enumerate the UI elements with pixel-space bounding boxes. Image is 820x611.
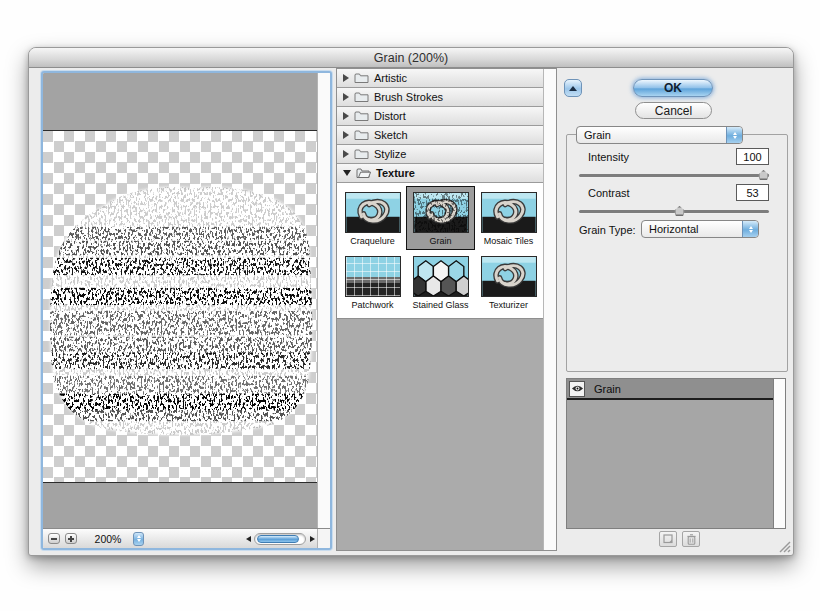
effect-layer-name: Grain <box>594 383 621 395</box>
category-label: Distort <box>374 110 406 122</box>
thumbnail-patchwork[interactable]: Patchwork <box>339 250 406 314</box>
transparency-checkerboard <box>43 131 317 482</box>
contrast-slider[interactable] <box>579 205 769 217</box>
popup-stepper-icon <box>726 127 742 143</box>
window-titlebar[interactable]: Grain (200%) <box>29 48 793 68</box>
grain-type-value: Horizontal <box>642 223 742 235</box>
eye-icon <box>571 384 584 393</box>
preview-pane: 200% <box>41 71 332 550</box>
category-texture[interactable]: Texture <box>337 164 543 183</box>
zoom-out-button[interactable] <box>48 533 60 544</box>
category-label: Texture <box>376 167 415 179</box>
folder-icon <box>354 110 369 122</box>
scroll-left-button[interactable] <box>243 533 253 545</box>
grain-type-label: Grain Type: <box>579 224 636 236</box>
grain-preview-thumbnail <box>413 192 469 233</box>
intensity-value-field[interactable]: 100 <box>736 148 769 165</box>
disclosure-right-icon <box>343 131 349 139</box>
thumbnail-texturizer[interactable]: Texturizer <box>475 250 542 314</box>
scrollbar-corner <box>317 529 330 548</box>
open-folder-icon <box>356 167 371 179</box>
filter-browser: Artistic Brush Strokes Distort Sketch <box>336 68 557 551</box>
folder-icon <box>354 91 369 103</box>
disclosure-right-icon <box>343 74 349 82</box>
left-triangle-icon <box>246 536 251 542</box>
desktop: Grain (200%) <box>0 0 820 611</box>
contrast-slider-thumb[interactable] <box>674 206 685 216</box>
thumbnail-label: Mosaic Tiles <box>478 236 539 246</box>
category-label: Stylize <box>374 148 406 160</box>
thumbnail-stained-glass[interactable]: Stained Glass <box>406 250 475 314</box>
trash-icon <box>687 534 696 545</box>
intensity-slider[interactable] <box>579 169 769 181</box>
thumbnail-label: Grain <box>409 236 472 246</box>
cancel-button[interactable]: Cancel <box>635 102 712 119</box>
scroll-right-button[interactable] <box>307 533 317 545</box>
category-label: Brush Strokes <box>374 91 443 103</box>
intensity-slider-thumb[interactable] <box>758 170 769 180</box>
filter-browser-scrollbar[interactable] <box>543 69 556 550</box>
stepper-down-icon <box>137 539 141 542</box>
patchwork-preview-image <box>345 256 401 297</box>
collapse-panel-button[interactable] <box>564 79 582 97</box>
visibility-toggle[interactable] <box>569 381 585 397</box>
folder-icon <box>354 129 369 141</box>
filter-thumbnail-grid: Craquelure Grain <box>337 183 543 318</box>
new-layer-icon <box>663 534 674 544</box>
effect-layers-list: Grain <box>566 378 786 529</box>
folder-icon <box>354 148 369 160</box>
thumbnail-craquelure[interactable]: Craquelure <box>339 186 406 250</box>
zoom-in-button[interactable] <box>65 533 77 544</box>
disclosure-down-icon <box>343 170 351 176</box>
craquelure-preview-image <box>345 192 401 233</box>
canvas-margin-top <box>43 73 317 131</box>
disclosure-right-icon <box>343 112 349 120</box>
category-stylize[interactable]: Stylize <box>337 145 543 164</box>
preview-canvas[interactable] <box>43 73 317 528</box>
popup-stepper-icon <box>742 221 758 237</box>
hscroll-thumb[interactable] <box>257 535 299 543</box>
texturizer-preview-image <box>481 256 537 297</box>
disclosure-right-icon <box>343 93 349 101</box>
thumbnail-label: Patchwork <box>342 300 403 310</box>
thumbnail-grain-selected[interactable]: Grain <box>406 186 475 250</box>
zoom-stepper[interactable] <box>133 532 144 546</box>
right-triangle-icon <box>310 536 315 542</box>
thumbnail-label: Stained Glass <box>409 300 472 310</box>
effect-layer-row-grain[interactable]: Grain <box>567 379 773 400</box>
ok-button[interactable]: OK <box>633 79 713 97</box>
thumbnail-mosaic-tiles[interactable]: Mosaic Tiles <box>475 186 542 250</box>
zoom-level-value[interactable]: 200% <box>85 533 131 545</box>
category-label: Sketch <box>374 129 408 141</box>
new-effect-layer-button[interactable] <box>659 531 677 547</box>
category-distort[interactable]: Distort <box>337 107 543 126</box>
grain-type-popup[interactable]: Horizontal <box>641 220 759 238</box>
contrast-value-field[interactable]: 53 <box>736 184 769 201</box>
intensity-slider-track[interactable] <box>579 174 769 177</box>
thumbnail-label: Texturizer <box>478 300 539 310</box>
folder-icon <box>354 72 369 84</box>
up-arrow-icon <box>569 86 577 91</box>
preview-horizontal-scrollbar <box>243 533 317 545</box>
filter-browser-empty-area <box>337 318 543 550</box>
category-sketch[interactable]: Sketch <box>337 126 543 145</box>
window-title: Grain (200%) <box>374 51 448 65</box>
category-artistic[interactable]: Artistic <box>337 69 543 88</box>
window-resize-grip[interactable] <box>777 539 791 553</box>
contrast-slider-track[interactable] <box>579 210 769 213</box>
delete-effect-layer-button[interactable] <box>682 531 700 547</box>
hscroll-track[interactable] <box>254 533 306 545</box>
preview-vertical-scrollbar[interactable] <box>317 73 330 528</box>
canvas-margin-bottom <box>43 482 317 528</box>
stained-glass-preview-image <box>413 256 469 297</box>
intensity-label: Intensity <box>588 151 629 163</box>
contrast-label: Contrast <box>588 187 630 199</box>
preview-zoom-bar: 200% <box>43 528 330 548</box>
category-brush-strokes[interactable]: Brush Strokes <box>337 88 543 107</box>
grain-preview-image <box>43 131 317 482</box>
stepper-up-icon <box>137 535 141 538</box>
category-label: Artistic <box>374 72 407 84</box>
filter-select-popup[interactable]: Grain <box>576 126 743 144</box>
layers-scrollbar[interactable] <box>773 379 785 528</box>
disclosure-right-icon <box>343 150 349 158</box>
